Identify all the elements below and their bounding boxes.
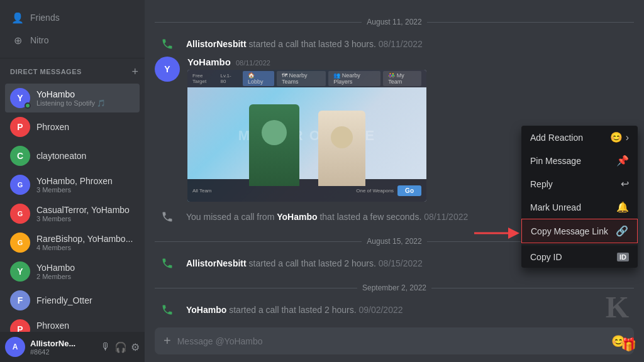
user-avatar: A — [5, 337, 25, 357]
dm-name: YoHambo — [36, 89, 135, 99]
dm-list: Y YoHambo Listening to Spotify 🎵 P Phrox… — [0, 81, 145, 332]
go-button[interactable]: Go — [397, 185, 421, 196]
system-message-text: YoHambo started a call that lasted 2 hou… — [186, 305, 403, 315]
sidebar-item-friends-label: Friends — [30, 13, 60, 23]
sidebar-item-friends[interactable]: 👤 Friends — [5, 6, 140, 29]
status-indicator — [25, 102, 31, 109]
gift-button[interactable]: 🎁 — [621, 337, 636, 352]
game-header-bar: Free Target Lv.1-80 🏠 Lobby 🗺 Nearby Tea… — [187, 70, 426, 87]
sidebar-item-nitro-label: Nitro — [30, 35, 49, 45]
dm-item-phroxen[interactable]: P Phroxen — [5, 112, 140, 141]
message-timestamp: 08/11/2022 — [236, 59, 270, 67]
main-chat: August 11, 2022 AllistorNesbitt started … — [145, 0, 644, 362]
sidebar-footer: A AllistorNe... #8642 🎙 🎧 ⚙ — [0, 332, 145, 362]
date-divider-sep2: September 2, 2022 — [155, 283, 634, 292]
microphone-icon[interactable]: 🎙 — [101, 341, 111, 353]
dm-info: Friendly_Otter — [36, 295, 135, 305]
nearby-players-tab: 👥 Nearby Players — [328, 71, 380, 86]
attach-button[interactable]: + — [164, 334, 171, 348]
missed-call-icon — [155, 211, 180, 223]
ctx-pin-message[interactable]: Pin Message 📌 — [521, 149, 638, 172]
ctx-mark-unread[interactable]: Mark Unread 🔔 — [521, 195, 638, 219]
dm-item-yohambo-active[interactable]: Y YoHambo Listening to Spotify 🎵 — [5, 84, 140, 112]
user-avatar: Y — [155, 57, 180, 82]
message-input[interactable] — [177, 336, 605, 346]
ctx-label: Mark Unread — [530, 202, 581, 212]
dm-info: claytoneaton — [36, 151, 135, 161]
avatar: C — [10, 146, 30, 166]
link-icon: 🔗 — [616, 225, 628, 237]
dm-info: YoHambo 2 Members — [36, 263, 135, 280]
ctx-reply[interactable]: Reply ↩ — [521, 172, 638, 195]
dm-name: YoHambo — [36, 263, 135, 273]
pin-icon: 📌 — [616, 155, 629, 167]
settings-icon[interactable]: ⚙ — [131, 341, 140, 353]
emoji-reaction-icon: 😊 › — [610, 131, 629, 143]
dm-section-header: DIRECT MESSAGES + — [0, 58, 145, 81]
call-icon — [155, 38, 180, 50]
avatar: F — [10, 290, 30, 310]
date-label: August 15, 2022 — [367, 237, 421, 246]
dm-info: YoHambo Listening to Spotify 🎵 — [36, 89, 135, 107]
ctx-label: Copy ID — [530, 252, 562, 262]
sidebar-item-nitro[interactable]: ⊕ Nitro — [5, 29, 140, 52]
avatar: G — [10, 204, 30, 224]
dm-item-phroxen2[interactable]: P Phroxen 2 Members — [5, 315, 140, 332]
dm-sub: 3 Members — [36, 215, 135, 222]
dm-item-group3[interactable]: G RareBishop, YoHambo... 4 Members — [5, 228, 140, 257]
chat-input-area: + 😊 — [145, 320, 644, 362]
dm-sub: 2 Members — [36, 331, 135, 332]
dm-name: Phroxen — [36, 321, 135, 331]
context-menu: Add Reaction 😊 › Pin Message 📌 Reply ↩ M… — [521, 126, 638, 268]
date-divider-aug11: August 11, 2022 — [155, 18, 634, 26]
dm-sub: Listening to Spotify 🎵 — [36, 99, 135, 107]
call-icon — [155, 304, 180, 316]
dm-sub: 2 Members — [36, 273, 135, 280]
ctx-divider — [521, 244, 638, 245]
system-message-call3: YoHambo started a call that lasted 2 hou… — [155, 301, 634, 319]
user-name: AllistorNe... — [30, 339, 96, 348]
dm-name: CasualTerror, YoHambo — [36, 205, 135, 215]
ctx-label: Reply — [530, 179, 553, 189]
dm-name: YoHambo, Phroxen — [36, 176, 135, 186]
friends-icon: 👤 — [11, 11, 24, 24]
message-username: YoHambo — [187, 57, 231, 67]
lobby-tab: 🏠 Lobby — [243, 71, 274, 86]
game-screenshot: Free Target Lv.1-80 🏠 Lobby 🗺 Nearby Tea… — [187, 70, 426, 202]
dm-name: claytoneaton — [36, 151, 135, 161]
user-tag: #8642 — [30, 348, 96, 356]
ctx-copy-message-link[interactable]: Copy Message Link 🔗 — [521, 219, 638, 243]
add-dm-button[interactable]: + — [131, 66, 138, 77]
sidebar: 👤 Friends ⊕ Nitro DIRECT MESSAGES + Y Yo… — [0, 0, 145, 362]
avatar: P — [10, 117, 30, 137]
date-label: September 2, 2022 — [362, 283, 426, 292]
ctx-label: Copy Message Link — [531, 226, 608, 236]
ctx-label: Pin Message — [530, 156, 581, 166]
mark-unread-icon: 🔔 — [616, 201, 629, 213]
dm-info: RareBishop, YoHambo... 4 Members — [36, 234, 135, 251]
dm-item-friendly-otter[interactable]: F Friendly_Otter — [5, 286, 140, 315]
dm-item-group1[interactable]: G YoHambo, Phroxen 3 Members — [5, 170, 140, 199]
dm-sub: 4 Members — [36, 244, 135, 251]
ctx-label: Add Reaction — [530, 133, 583, 143]
avatar: Y — [10, 261, 30, 282]
watermark-k: K — [606, 290, 629, 324]
reply-icon: ↩ — [621, 178, 629, 190]
ctx-copy-id[interactable]: Copy ID ID — [521, 246, 638, 268]
dm-item-group2[interactable]: G CasualTerror, YoHambo 3 Members — [5, 199, 140, 228]
system-message-text: AllistorNesbitt started a call that last… — [186, 258, 423, 268]
avatar: P — [10, 319, 30, 332]
system-message-text: AllistorNesbitt started a call that last… — [186, 39, 423, 49]
avatar: Y — [10, 88, 30, 108]
avatar: G — [10, 175, 30, 195]
date-label: August 11, 2022 — [367, 18, 421, 26]
id-icon: ID — [617, 253, 629, 261]
nearby-teams-tab: 🗺 Nearby Teams — [277, 71, 326, 86]
dm-item-claytoneaton[interactable]: C claytoneaton — [5, 141, 140, 170]
dm-item-yohambo2[interactable]: Y YoHambo 2 Members — [5, 257, 140, 286]
message-header: YoHambo 08/11/2022 — [187, 57, 634, 67]
avatar: G — [10, 233, 30, 253]
headset-icon[interactable]: 🎧 — [114, 341, 127, 353]
dm-name: Phroxen — [36, 122, 135, 132]
ctx-add-reaction[interactable]: Add Reaction 😊 › — [521, 126, 638, 149]
